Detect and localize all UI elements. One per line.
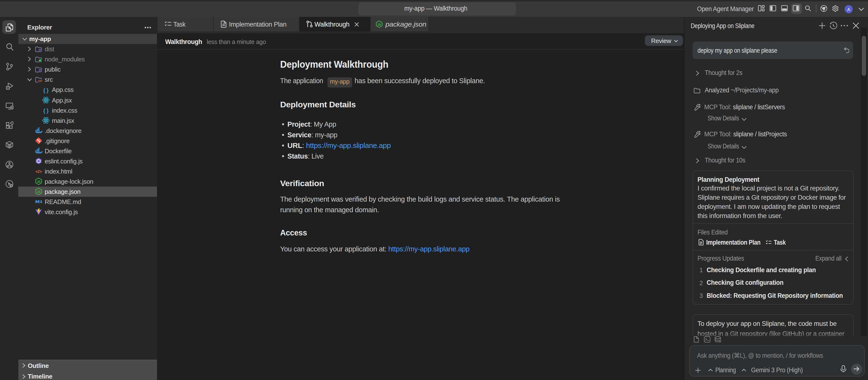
svg-text:</>: </>	[35, 169, 42, 174]
svg-text:JS: JS	[377, 23, 381, 26]
svg-text:{ }: { }	[43, 87, 49, 93]
svg-text:JS: JS	[36, 190, 40, 194]
svg-text:A: A	[847, 7, 850, 12]
svg-text:</>: </>	[38, 79, 42, 83]
svg-text:JS: JS	[36, 180, 40, 183]
svg-text:{ }: { }	[43, 107, 49, 113]
